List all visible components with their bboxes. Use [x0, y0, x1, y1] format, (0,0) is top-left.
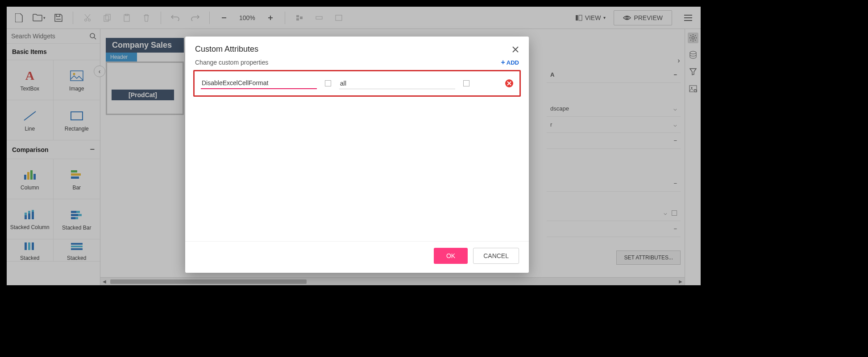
collapse-icon: − — [90, 145, 95, 154]
set-attributes-button[interactable]: SET ATTRIBUTES... — [616, 250, 681, 265]
checkbox-icon[interactable] — [672, 210, 677, 216]
svg-point-13 — [626, 16, 628, 19]
new-file-button[interactable] — [11, 10, 27, 26]
svg-rect-18 — [24, 175, 26, 180]
data-section-label: A — [550, 71, 554, 78]
close-button[interactable] — [512, 46, 519, 53]
widget-line[interactable]: Line — [7, 100, 54, 140]
scroll-thumb[interactable] — [110, 279, 307, 284]
data-icon[interactable] — [688, 49, 698, 60]
attribute-name-input[interactable] — [201, 78, 317, 89]
image-param-icon[interactable] — [688, 83, 698, 94]
preview-button[interactable]: PREVIEW — [614, 10, 672, 25]
widget-image[interactable]: Image — [54, 60, 100, 100]
collapse-icon[interactable]: − — [673, 180, 677, 187]
widget-stacked-column[interactable]: Stacked Column — [7, 199, 54, 239]
search-icon[interactable] — [89, 33, 96, 40]
paste-button[interactable] — [119, 10, 135, 26]
svg-rect-15 — [71, 71, 83, 81]
prodcat-cell[interactable]: [ProdCat] — [112, 90, 174, 100]
open-folder-button[interactable]: ▾ — [31, 10, 47, 26]
svg-point-14 — [90, 33, 95, 38]
svg-rect-27 — [28, 213, 30, 219]
report-grid[interactable]: [ProdCat] — [106, 62, 184, 115]
collapse-icon[interactable]: − — [673, 137, 677, 144]
redo-button[interactable] — [187, 10, 203, 26]
stacked-icon-2 — [70, 239, 84, 252]
svg-rect-23 — [71, 173, 81, 176]
align-button-2[interactable] — [311, 10, 327, 26]
widget-stacked-bar[interactable]: Stacked Bar — [54, 199, 100, 239]
svg-rect-32 — [76, 211, 80, 213]
search-input[interactable] — [11, 33, 89, 40]
svg-rect-26 — [25, 213, 27, 215]
sidebar-collapse-button[interactable]: ‹ — [94, 66, 105, 77]
svg-rect-11 — [576, 15, 578, 21]
svg-rect-12 — [579, 15, 582, 21]
custom-attributes-dialog: Custom Attributes Change custom properti… — [185, 37, 529, 273]
ok-button[interactable]: OK — [434, 248, 468, 264]
svg-rect-9 — [316, 16, 322, 19]
zoom-in-button[interactable] — [262, 10, 278, 26]
header-section-tab[interactable]: Header — [106, 53, 137, 62]
add-attribute-button[interactable]: + ADD — [501, 58, 519, 66]
textbox-icon: A — [23, 69, 37, 83]
attribute-value-input[interactable] — [339, 78, 455, 89]
chevron-down-icon[interactable]: ⌵ — [673, 121, 677, 128]
landscape-label: dscape — [550, 105, 569, 112]
horizontal-scrollbar[interactable]: ◀ ▶ — [100, 277, 685, 285]
widget-column[interactable]: Column — [7, 159, 54, 199]
attribute-checkbox-1[interactable] — [325, 80, 331, 86]
svg-rect-39 — [32, 242, 34, 250]
widget-rectangle[interactable]: Rectangle — [54, 100, 100, 140]
svg-rect-19 — [27, 172, 29, 180]
svg-rect-38 — [28, 242, 30, 250]
svg-rect-33 — [71, 214, 78, 216]
svg-rect-17 — [71, 112, 83, 120]
svg-point-0 — [85, 19, 87, 21]
svg-rect-21 — [33, 174, 36, 180]
widget-stacked-2[interactable]: Stacked — [54, 239, 100, 262]
scroll-left-icon[interactable]: ◀ — [100, 279, 108, 284]
svg-rect-36 — [75, 217, 78, 219]
widget-textbox[interactable]: A TextBox — [7, 60, 54, 100]
bar-chart-icon — [70, 168, 84, 182]
stacked-column-icon — [23, 207, 37, 222]
delete-button[interactable] — [138, 10, 154, 26]
undo-button[interactable] — [167, 10, 183, 26]
chevron-down-icon[interactable]: ⌵ — [664, 209, 667, 216]
svg-rect-24 — [71, 176, 79, 179]
svg-rect-41 — [71, 246, 83, 247]
hamburger-menu-button[interactable] — [680, 10, 696, 26]
align-button-1[interactable] — [291, 10, 307, 26]
properties-icon[interactable] — [688, 33, 698, 43]
widget-bar[interactable]: Bar — [54, 159, 100, 199]
scroll-right-icon[interactable]: ▶ — [677, 279, 685, 284]
svg-rect-37 — [25, 242, 27, 250]
stacked-bar-icon — [70, 208, 84, 222]
zoom-out-button[interactable] — [216, 10, 232, 26]
svg-rect-28 — [28, 211, 30, 213]
filter-icon[interactable] — [688, 66, 698, 77]
svg-rect-31 — [71, 211, 76, 213]
collapse-icon[interactable]: − — [673, 71, 677, 78]
attribute-checkbox-2[interactable] — [463, 80, 469, 86]
dialog-title: Custom Attributes — [195, 45, 258, 54]
collapse-icon[interactable]: − — [673, 226, 677, 232]
chevron-down-icon[interactable]: ⌵ — [673, 105, 677, 112]
copy-button[interactable] — [99, 10, 115, 26]
svg-rect-25 — [25, 215, 27, 219]
section-basic-items[interactable]: Basic Items — [7, 44, 100, 60]
panel-expand-button[interactable]: › — [674, 56, 684, 66]
cancel-button[interactable]: CANCEL — [473, 248, 519, 264]
section-comparison[interactable]: Comparison − — [7, 140, 100, 159]
svg-point-43 — [692, 37, 694, 39]
svg-rect-6 — [296, 15, 299, 17]
save-button[interactable] — [50, 10, 66, 26]
view-mode-button[interactable]: VIEW ▾ — [571, 14, 611, 21]
delete-attribute-button[interactable] — [505, 79, 513, 87]
cut-button[interactable] — [79, 10, 96, 26]
svg-rect-35 — [71, 217, 75, 219]
widget-stacked-1[interactable]: Stacked — [7, 239, 54, 262]
align-button-3[interactable] — [331, 10, 347, 26]
